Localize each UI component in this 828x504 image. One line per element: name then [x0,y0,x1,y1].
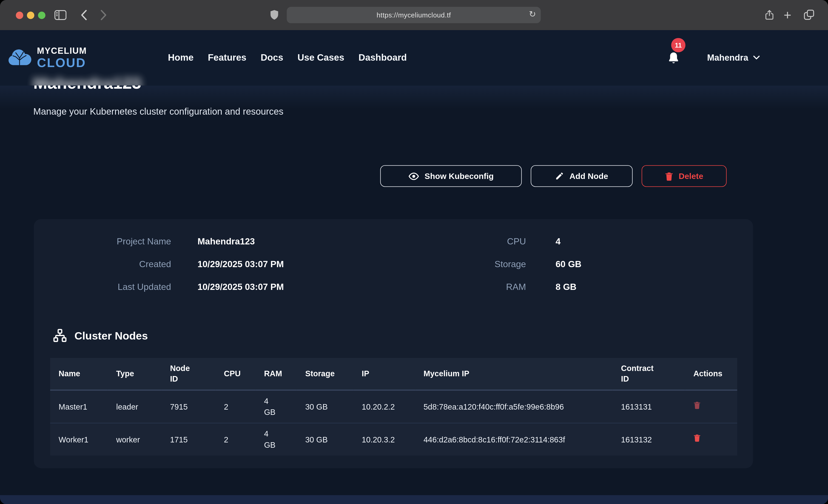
chevron-down-icon [753,55,760,60]
info-row-created: Created 10/29/2025 03:07 PM [50,259,388,270]
info-row-project-name: Project Name Mahendra123 [50,237,388,247]
tab-overview-icon[interactable] [803,9,815,21]
cell-cpu: 2 [215,423,256,456]
new-tab-button[interactable]: + [784,7,791,23]
trash-icon [693,433,701,443]
cluster-nodes-table: Name Type Node ID CPU RAM Storage IP Myc… [50,358,737,456]
eye-icon [408,172,419,180]
show-kubeconfig-button[interactable]: Show Kubeconfig [380,165,522,187]
cell-node-id: 1715 [162,423,215,456]
table-row: Master1 leader 7915 2 4 GB 30 GB 10.20.2… [50,390,737,423]
nav-links: Home Features Docs Use Cases Dashboard [168,30,407,85]
cluster-nodes-heading: Cluster Nodes [53,328,148,342]
cell-storage: 30 GB [297,390,353,423]
forward-button[interactable] [100,9,107,20]
nav-link-features[interactable]: Features [208,52,247,63]
info-row-ram: RAM 8 GB [388,282,737,292]
col-contract-id: Contract ID [613,358,685,390]
info-row-cpu: CPU 4 [388,237,737,247]
table-row: Worker1 worker 1715 2 4 GB 30 GB 10.20.3… [50,423,737,456]
table-header-row: Name Type Node ID CPU RAM Storage IP Myc… [50,358,737,390]
cell-type: leader [108,390,162,423]
pencil-icon [555,172,564,180]
cluster-actions: Show Kubeconfig Add Node Delete [380,165,727,187]
info-row-storage: Storage 60 GB [388,259,737,270]
delete-node-button[interactable] [693,433,701,443]
cell-actions [685,390,737,423]
nav-link-dashboard[interactable]: Dashboard [359,52,407,63]
nav-link-docs[interactable]: Docs [261,52,283,63]
cell-ip: 10.20.2.2 [353,390,415,423]
zoom-window-button[interactable] [38,12,45,19]
notifications-badge: 11 [671,38,686,52]
mycelium-cloud-logo[interactable]: MYCELIUM CLOUD [7,30,87,85]
page-subtitle: Manage your Kubernetes cluster configura… [33,106,284,117]
logo-line2: CLOUD [37,56,87,69]
cell-mycelium-ip: 5d8:78ea:a120:f40c:ff0f:a5fe:99e6:8b96 [415,390,613,423]
cell-name: Worker1 [50,423,108,456]
privacy-shield-icon[interactable] [270,9,279,20]
cell-actions [685,423,737,456]
cell-cpu: 2 [215,390,256,423]
nav-link-use-cases[interactable]: Use Cases [298,52,344,63]
cell-ip: 10.20.3.2 [353,423,415,456]
cloud-logo-icon [7,47,32,69]
minimize-window-button[interactable] [27,12,34,19]
sidebar-toggle-icon[interactable] [54,10,67,20]
delete-cluster-button[interactable]: Delete [641,165,727,187]
col-actions: Actions [685,358,737,390]
cell-mycelium-ip: 446:d2a6:8bcd:8c16:ff0f:72e2:3114:863f [415,423,613,456]
cell-storage: 30 GB [297,423,353,456]
info-row-last-updated: Last Updated 10/29/2025 03:07 PM [50,282,388,292]
user-name: Mahendra [707,53,748,63]
col-name: Name [50,358,108,390]
nav-link-home[interactable]: Home [168,52,194,63]
trash-icon [665,171,673,181]
browser-window: https://myceliumcloud.tf ↻ + Mahendra123 [0,0,828,504]
cluster-info-grid: Project Name Mahendra123 Created 10/29/2… [50,237,737,304]
cell-node-id: 7915 [162,390,215,423]
cell-ram: 4 GB [255,423,297,456]
footer-band [0,495,828,504]
back-button[interactable] [80,9,87,20]
site-navbar: Mahendra123 MYCELIUM CLOUD Home Features… [0,30,828,85]
cell-type: worker [108,423,162,456]
close-window-button[interactable] [16,12,23,19]
logo-line1: MYCELIUM [37,47,87,55]
reload-icon[interactable]: ↻ [529,9,536,19]
col-ip: IP [353,358,415,390]
add-node-button[interactable]: Add Node [531,165,632,187]
network-icon [53,328,67,342]
notifications-button[interactable]: 11 [662,30,685,85]
col-node-id: Node ID [162,358,215,390]
bell-icon [667,51,680,65]
user-menu[interactable]: Mahendra [707,30,760,85]
col-type: Type [108,358,162,390]
cell-contract-id: 1613132 [613,423,685,456]
browser-toolbar: https://myceliumcloud.tf ↻ + [0,0,828,30]
cell-ram: 4 GB [255,390,297,423]
cell-name: Master1 [50,390,108,423]
share-icon[interactable] [764,8,775,21]
col-ram: RAM [255,358,297,390]
cell-contract-id: 1613131 [613,390,685,423]
col-cpu: CPU [215,358,256,390]
col-mycelium-ip: Mycelium IP [415,358,613,390]
trash-icon [693,401,701,410]
address-bar-url: https://myceliumcloud.tf [377,11,451,19]
address-bar[interactable]: https://myceliumcloud.tf ↻ [287,7,541,23]
cluster-details-panel: Project Name Mahendra123 Created 10/29/2… [34,219,753,468]
col-storage: Storage [297,358,353,390]
delete-node-button[interactable] [693,401,701,410]
